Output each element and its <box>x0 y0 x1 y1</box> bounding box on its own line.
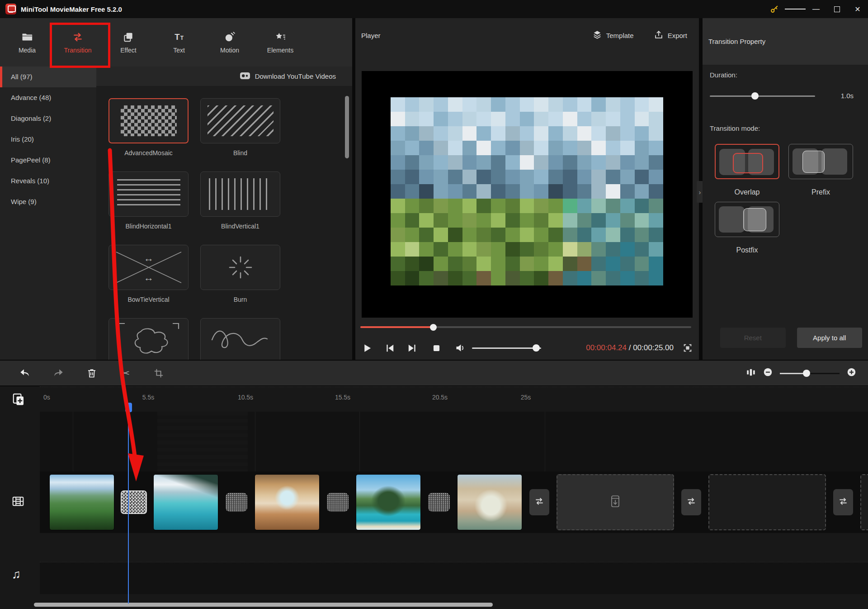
transition-drop-slot[interactable] <box>833 489 853 515</box>
transition-thumb-BlindVertical1[interactable] <box>200 171 280 217</box>
clip-photo-van-interior[interactable] <box>255 474 320 530</box>
seek-thumb[interactable] <box>430 324 437 331</box>
zoom-thumb[interactable] <box>803 370 810 377</box>
download-youtube-link[interactable]: Download YouTube Videos <box>255 72 336 80</box>
transition-thumb-AdvancedMosaic[interactable] <box>108 98 189 143</box>
export-button[interactable]: Export <box>654 30 687 41</box>
ribbon-item-motion[interactable]: Motion <box>204 31 255 54</box>
next-frame-button[interactable] <box>407 343 417 353</box>
add-to-timeline-icon[interactable] <box>12 393 26 408</box>
window-title: MiniTool MovieMaker Free 5.2.0 <box>21 5 122 13</box>
duration-label: Duration: <box>710 71 737 79</box>
zoom-fit-icon[interactable] <box>746 367 756 379</box>
menu-icon[interactable] <box>785 0 806 18</box>
timeline-hscrollbar[interactable] <box>34 603 493 607</box>
timeline-zoom-slider[interactable] <box>780 370 840 377</box>
clip-photo-mountain-green[interactable] <box>49 474 114 530</box>
transition-thumb-splat[interactable] <box>108 318 189 360</box>
transition-item-Burn[interactable]: Burn <box>200 245 280 309</box>
undo-button[interactable] <box>17 367 33 379</box>
clip-transition[interactable] <box>226 493 247 512</box>
clip-photo-lake-turquoise[interactable] <box>153 474 218 530</box>
zoom-in-button[interactable] <box>847 367 856 379</box>
clip-transition-selected[interactable] <box>121 490 147 514</box>
category-pagepeel[interactable]: PagePeel (8) <box>0 150 96 171</box>
volume-thumb[interactable] <box>533 344 540 352</box>
transition-thumb-wave[interactable] <box>200 318 280 360</box>
app-logo-icon <box>5 4 16 14</box>
category-all[interactable]: All (97) <box>0 67 96 87</box>
volume-icon[interactable] <box>455 343 466 353</box>
transition-scrollb[interactable] <box>345 96 349 158</box>
apply-to-all-button[interactable]: Apply to all <box>797 328 863 348</box>
transition-thumb-BlindHorizontal1[interactable] <box>108 171 189 217</box>
clip-placeholder[interactable] <box>860 474 868 530</box>
mode-prefix[interactable]: Prefix <box>788 144 853 196</box>
ribbon-item-text[interactable]: TTText <box>154 31 204 54</box>
clip-placeholder[interactable] <box>557 474 674 530</box>
music-track[interactable] <box>40 562 868 594</box>
transition-thumb-BowTieVertical[interactable]: ↔↔ <box>108 245 189 290</box>
transition-label: BowTieVertical <box>108 290 189 309</box>
transition-item-wave[interactable] <box>200 318 280 360</box>
split-scissors-button[interactable]: ✂ <box>118 367 133 380</box>
timeline-ruler[interactable]: 0s5.5s10.5s15.5s20.5s25s <box>40 386 868 412</box>
duration-thumb[interactable] <box>751 92 759 100</box>
transition-item-AdvancedMosaic[interactable]: AdvancedMosaic <box>108 98 189 162</box>
transition-item-BlindHorizontal1[interactable]: BlindHorizontal1 <box>108 171 189 236</box>
mode-overlap[interactable]: Overlap <box>715 144 779 196</box>
transition-item-Blind[interactable]: Blind <box>200 98 280 162</box>
clip-photo-map-person[interactable] <box>457 474 522 530</box>
mode-tile-postfix[interactable] <box>715 202 779 237</box>
mode-tile-overlap[interactable] <box>715 144 779 179</box>
close-button[interactable]: ✕ <box>847 0 868 18</box>
duration-slider[interactable] <box>710 92 815 100</box>
panel-collapse-handle[interactable]: › <box>697 181 703 203</box>
video-track[interactable] <box>40 471 868 533</box>
template-button[interactable]: Template <box>592 30 634 41</box>
minimize-button[interactable]: — <box>806 0 826 18</box>
ruler-tick-5.5s: 5.5s <box>142 394 154 401</box>
clip-placeholder[interactable] <box>708 474 826 530</box>
transition-thumb-Blind[interactable] <box>200 98 280 143</box>
transition-thumb-Burn[interactable] <box>200 245 280 290</box>
play-button[interactable] <box>362 343 372 353</box>
transition-grid: AdvancedMosaicBlindBlindHorizontal1Blind… <box>96 86 352 360</box>
license-key-icon[interactable] <box>764 0 785 18</box>
maximize-button[interactable] <box>826 0 847 18</box>
titlebar: MiniTool MovieMaker Free 5.2.0 — ✕ <box>0 0 868 18</box>
zoom-out-button[interactable] <box>763 367 773 379</box>
volume-slider[interactable] <box>472 344 541 352</box>
previous-frame-button[interactable] <box>385 343 395 353</box>
redo-button[interactable] <box>51 367 66 379</box>
transition-item-BowTieVertical[interactable]: ↔↔BowTieVertical <box>108 245 189 309</box>
current-time: 00:00:04.24 <box>586 343 627 352</box>
transition-item-splat[interactable] <box>108 318 189 360</box>
ribbon-item-media[interactable]: Media <box>2 31 52 54</box>
mode-postfix[interactable]: Postfix <box>715 202 779 254</box>
category-advance[interactable]: Advance (48) <box>0 87 96 108</box>
fullscreen-icon[interactable] <box>683 343 693 353</box>
crop-button[interactable] <box>151 368 166 378</box>
reset-button[interactable]: Reset <box>720 328 786 348</box>
ribbon-item-elements[interactable]: Elements <box>255 31 306 54</box>
category-iris[interactable]: Iris (20) <box>0 129 96 150</box>
transition-drop-slot[interactable] <box>681 489 701 515</box>
timeline-toolbar: ✂ <box>0 361 868 385</box>
overlay-track[interactable] <box>40 412 868 471</box>
transition-item-BlindVertical1[interactable]: BlindVertical1 <box>200 171 280 236</box>
property-panel-title: Transition Property <box>708 38 765 45</box>
mode-tile-prefix[interactable] <box>788 144 853 179</box>
category-diagonals[interactable]: Diagonals (2) <box>0 108 96 129</box>
clip-photo-tropical-island[interactable] <box>356 474 421 530</box>
category-wipe[interactable]: Wipe (9) <box>0 191 96 212</box>
ribbon-item-effect[interactable]: Effect <box>103 31 154 54</box>
clip-transition[interactable] <box>428 493 450 512</box>
transition-drop-slot[interactable] <box>529 489 549 515</box>
seek-bar[interactable] <box>360 324 691 330</box>
stop-button[interactable] <box>432 343 441 353</box>
clip-transition[interactable] <box>327 493 349 512</box>
delete-button[interactable] <box>84 368 99 379</box>
category-reveals[interactable]: Reveals (10) <box>0 171 96 191</box>
transition-mode-label: Transition mode: <box>710 124 760 132</box>
